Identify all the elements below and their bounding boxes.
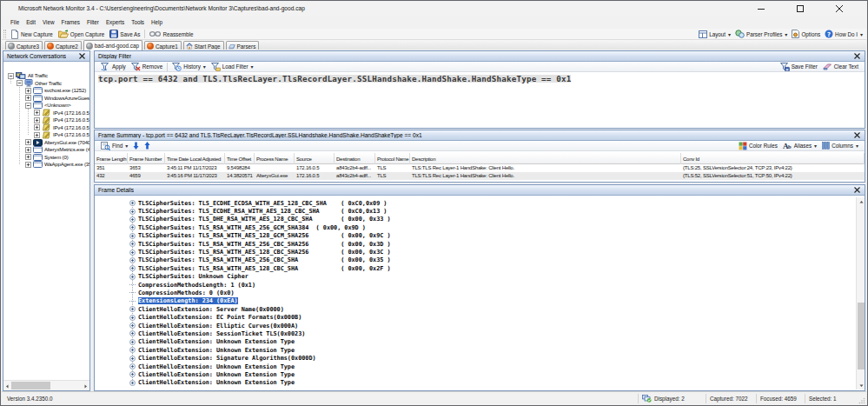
reassemble-button[interactable]: Reassemble: [147, 29, 195, 39]
column-header-time-date-local-adjusted[interactable]: Time Date Local Adjusted: [165, 153, 225, 164]
expand-icon[interactable]: [129, 347, 136, 353]
column-header-frame-length[interactable]: Frame Length: [95, 153, 128, 164]
expand-icon[interactable]: [129, 233, 136, 239]
frame-detail-row[interactable]: ExtensionsLength: 234 (0xEA): [95, 297, 855, 305]
save-filter-button[interactable]: Save Filter: [778, 62, 820, 72]
frame-detail-row[interactable]: TLSCipherSuites: TLS_ECDHE_ECDSA_WITH_AE…: [95, 199, 855, 207]
tree-item[interactable]: System (0): [3, 154, 89, 162]
history-button[interactable]: History▾: [169, 62, 209, 72]
column-header-destination[interactable]: Destination: [335, 153, 375, 164]
hscroll-thumb[interactable]: [11, 382, 50, 389]
frame-detail-row[interactable]: TLSCipherSuites: TLS_RSA_WITH_AES_256_CB…: [95, 240, 855, 248]
frame-detail-row[interactable]: TLSCipherSuites: TLS_RSA_WITH_AES_128_CB…: [95, 248, 855, 256]
frame-detail-row[interactable]: ClientHelloExtension: Unknown Extension …: [95, 346, 855, 354]
tree-item[interactable]: <Unknown>: [3, 102, 89, 110]
expand-icon[interactable]: [129, 356, 136, 362]
options-button[interactable]: Options: [791, 29, 821, 39]
menu-frames[interactable]: Frames: [58, 19, 83, 25]
collapse-icon[interactable]: [25, 103, 31, 109]
remove-filter-button[interactable]: Remove: [129, 62, 165, 72]
expand-icon[interactable]: [129, 250, 136, 256]
frame-detail-row[interactable]: CompressionMethods: 0 (0x0): [95, 289, 855, 296]
frame-detail-row[interactable]: ClientHelloExtension: SessionTicket TLS(…: [95, 329, 855, 337]
maximize-button[interactable]: [780, 1, 819, 16]
close-panel-icon[interactable]: [78, 52, 86, 60]
collapse-icon[interactable]: [8, 73, 14, 79]
expand-icon[interactable]: [129, 380, 136, 386]
how-do-i-button[interactable]: ?How Do I▾: [824, 29, 864, 39]
minimize-button[interactable]: [741, 1, 780, 16]
new-capture-button[interactable]: New Capture: [8, 29, 56, 39]
frame-detail-row[interactable]: TLSCipherSuites: TLS_RSA_WITH_AES_256_CB…: [95, 256, 855, 264]
expand-icon[interactable]: [129, 315, 136, 321]
expand-icon[interactable]: [129, 330, 136, 336]
expand-icon[interactable]: [25, 88, 31, 94]
close-panel-icon[interactable]: [853, 131, 861, 139]
aliases-button[interactable]: AbAliases▾: [780, 141, 819, 151]
scroll-down-icon[interactable]: [857, 381, 865, 389]
expand-icon[interactable]: [25, 95, 31, 101]
tree-item[interactable]: IPv4 (172.16.0.5 -: [3, 131, 89, 139]
filter-expression[interactable]: tcp.port == 6432 and TLS.TlsRecLayer.Tls…: [98, 75, 571, 83]
menu-edit[interactable]: Edit: [23, 19, 39, 25]
close-panel-icon[interactable]: [853, 186, 861, 194]
apply-filter-button[interactable]: Apply: [98, 62, 129, 72]
tree-item[interactable]: AlteryxMetrics.exe (45: [3, 146, 89, 154]
expand-icon[interactable]: [25, 139, 31, 145]
frame-detail-row[interactable]: ClientHelloExtension: Unknown Extension …: [95, 379, 855, 387]
frame-detail-row[interactable]: ClientHelloExtension: Signature Algorith…: [95, 354, 855, 362]
scroll-right-icon[interactable]: [82, 382, 89, 390]
expand-icon[interactable]: [25, 147, 31, 153]
expand-icon[interactable]: [129, 363, 136, 369]
column-header-process-name[interactable]: Process Name: [255, 153, 295, 164]
conversation-tree-hscrollbar[interactable]: [3, 380, 89, 390]
expand-icon[interactable]: [129, 265, 136, 271]
layout-button[interactable]: Layout▾: [698, 29, 732, 39]
expand-icon[interactable]: [34, 132, 40, 138]
expand-icon[interactable]: [129, 371, 136, 377]
column-header-time-offset[interactable]: Time Offset: [225, 153, 255, 164]
tab-bad-and-good-cap[interactable]: bad-and-good.cap: [83, 40, 142, 50]
frame-detail-row[interactable]: ClientHelloExtension: Unknown Extension …: [95, 363, 855, 370]
vscroll-thumb[interactable]: [858, 303, 865, 369]
menu-help[interactable]: Help: [148, 19, 166, 25]
tree-item[interactable]: svchost.exe (1252): [3, 87, 89, 95]
menu-file[interactable]: File: [7, 19, 23, 25]
expand-icon[interactable]: [34, 110, 40, 116]
expand-icon[interactable]: [129, 209, 136, 215]
frame-detail-row[interactable]: TLSCipherSuites: TLS_RSA_WITH_AES_128_GC…: [95, 232, 855, 240]
column-header-description[interactable]: Description: [410, 153, 681, 164]
expand-icon[interactable]: [129, 274, 136, 280]
menu-tools[interactable]: Tools: [128, 19, 148, 25]
collapse-icon[interactable]: [17, 80, 23, 86]
column-header-conv-id[interactable]: Conv Id: [681, 153, 865, 164]
column-header-source[interactable]: Source: [295, 153, 335, 164]
frame-detail-row[interactable]: TLSCipherSuites: TLS_RSA_WITH_AES_256_GC…: [95, 223, 855, 231]
expand-icon[interactable]: [129, 200, 136, 206]
parser-profiles-button[interactable]: Parser Profiles▾: [734, 29, 788, 39]
tree-item[interactable]: IPv4 (172.16.0.5 -: [3, 110, 89, 117]
tree-item[interactable]: AlteryxGui.exe (7040): [3, 139, 89, 147]
frame-detail-row[interactable]: TLSCipherSuites: TLS_DHE_RSA_WITH_AES_12…: [95, 216, 855, 223]
frame-detail-row[interactable]: ClientHelloExtension: Unknown Extension …: [95, 370, 855, 378]
expand-icon[interactable]: [25, 154, 31, 160]
save-as-button[interactable]: Save As: [107, 29, 142, 39]
frame-detail-row[interactable]: ClientHelloExtension: Server Name(0x0000…: [95, 305, 855, 313]
column-header-protocol-name[interactable]: Protocol Name: [375, 153, 410, 164]
expand-icon[interactable]: [129, 257, 136, 263]
frame-detail-row[interactable]: ClientHelloExtension: EC Point Formats(0…: [95, 313, 855, 321]
tree-item[interactable]: IPv4 (172.16.0.5 -: [3, 116, 89, 124]
close-panel-icon[interactable]: [853, 52, 861, 60]
menu-filter[interactable]: Filter: [83, 19, 103, 25]
frame-detail-row[interactable]: ClientHelloExtension: Unknown Extension …: [95, 338, 855, 346]
expand-icon[interactable]: [129, 241, 136, 247]
tree-item[interactable]: All Traffic: [3, 72, 89, 80]
menu-experts[interactable]: Experts: [103, 19, 128, 25]
expand-icon[interactable]: [129, 323, 136, 329]
frame-summary-row[interactable]: 35136533:45:11 PM 11/17/20239.5498284172…: [95, 164, 865, 172]
expand-icon[interactable]: [25, 162, 31, 168]
tree-item[interactable]: Other Traffic: [3, 80, 89, 88]
frame-summary-row[interactable]: 43246593:45:16 PM 11/17/202314.3820571Al…: [95, 172, 865, 180]
expand-icon[interactable]: [129, 224, 136, 230]
resize-grip[interactable]: [858, 392, 866, 404]
